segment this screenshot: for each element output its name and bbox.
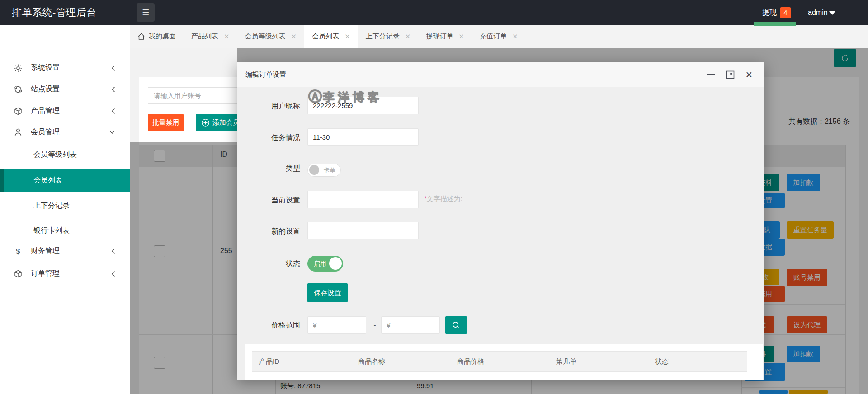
hint-text: 文字描述为: [426, 195, 462, 202]
tab-label: 充值订单 [480, 32, 507, 41]
close-tab-icon[interactable]: ✕ [344, 33, 350, 41]
price-range-separator: - [371, 316, 379, 334]
toggle-knob [309, 165, 319, 175]
sidebar-item-label: 产品管理 [31, 106, 60, 116]
chevron-left-icon [111, 86, 115, 93]
withdraw-link[interactable]: 提现 [762, 0, 777, 25]
toggle-knob [329, 257, 342, 270]
save-settings-button[interactable]: 保存设置 [307, 283, 348, 302]
product-table-header: 产品ID商品名称商品价格第几单状态 [252, 351, 747, 372]
sidebar-item-label: 会员列表 [33, 176, 62, 185]
home-icon [137, 33, 145, 40]
tab-6[interactable]: 提现订单✕ [418, 25, 472, 48]
sidebar-item-3[interactable]: 产品管理 [0, 100, 130, 122]
close-tab-icon[interactable]: ✕ [291, 33, 297, 41]
sidebar-item-label: 订单管理 [31, 269, 60, 278]
sidebar-item-label: 银行卡列表 [33, 226, 70, 235]
dialog-titlebar [237, 62, 764, 87]
tab-label: 我的桌面 [149, 32, 176, 41]
minimize-icon[interactable] [707, 74, 715, 75]
task-input[interactable] [307, 128, 419, 146]
field-label-current: 当前设置 [237, 196, 300, 205]
chevron-left-icon [111, 248, 115, 254]
tab-4[interactable]: 会员列表✕ [304, 25, 358, 48]
notification-sliver [754, 22, 796, 26]
tab-label: 上下分记录 [366, 32, 400, 41]
close-tab-icon[interactable]: ✕ [224, 33, 230, 41]
app-root: 批量禁用 添加会员 共有数据：2156 条 ID 255 账号: 8778159… [0, 0, 868, 394]
field-label-new: 新的设置 [237, 227, 300, 236]
sidebar-item-4[interactable]: 会员管理 [0, 122, 130, 143]
sidebar-item-6[interactable]: 会员列表 [0, 169, 130, 192]
price-max-input[interactable] [381, 316, 440, 334]
close-icon[interactable]: × [745, 69, 752, 80]
field-label-price: 价格范围 [237, 321, 300, 330]
top-header [0, 0, 868, 25]
user-menu[interactable]: admin [808, 0, 828, 25]
sidebar-item-9[interactable]: $财务管理 [0, 240, 130, 262]
field-label-task: 任务情况 [237, 133, 300, 143]
close-tab-icon[interactable]: ✕ [458, 33, 464, 41]
sidebar-item-label: 会员等级列表 [33, 150, 77, 159]
sidebar-item-1[interactable]: 系统设置 [0, 57, 130, 79]
close-tab-icon[interactable]: ✕ [512, 33, 518, 41]
chevron-down-icon [109, 130, 115, 134]
tab-1[interactable]: 我的桌面 [130, 25, 184, 48]
tab-label: 提现订单 [426, 32, 453, 41]
product-icon [14, 107, 24, 116]
sidebar-item-10[interactable]: 订单管理 [0, 263, 130, 284]
tab-label: 会员列表 [312, 32, 339, 41]
sidebar-item-8[interactable]: 银行卡列表 [0, 219, 130, 242]
sidebar-item-2[interactable]: 站点设置 [0, 79, 130, 100]
tab-bar: 我的桌面产品列表✕会员等级列表✕会员列表✕上下分记录✕提现订单✕充值订单✕ [130, 25, 868, 48]
product-table-column-header: 产品ID [252, 352, 351, 371]
tab-5[interactable]: 上下分记录✕ [358, 25, 419, 48]
maximize-icon[interactable] [726, 70, 735, 79]
close-tab-icon[interactable]: ✕ [405, 33, 411, 41]
chevron-down-icon [829, 11, 835, 15]
chevron-left-icon [111, 108, 115, 114]
member-icon [14, 128, 24, 137]
product-table-column-header: 商品名称 [351, 352, 450, 371]
nickname-input[interactable] [307, 97, 419, 114]
price-search-button[interactable] [445, 316, 467, 334]
sidebar-item-label: 站点设置 [31, 84, 60, 94]
new-setting-input[interactable] [307, 222, 419, 239]
order-icon [14, 269, 24, 278]
menu-toggle-button[interactable]: ☰ [137, 3, 155, 22]
withdraw-count-badge: 4 [780, 7, 791, 18]
tab-7[interactable]: 充值订单✕ [472, 25, 526, 48]
status-toggle[interactable]: 启用 [307, 256, 343, 272]
sidebar-item-label: 会员管理 [31, 127, 60, 137]
batch-disable-button[interactable]: 批量禁用 [148, 114, 184, 131]
price-min-input[interactable] [307, 316, 366, 334]
svg-text:$: $ [16, 247, 20, 256]
sidebar-item-label: 系统设置 [31, 63, 60, 73]
app-title: 排单系统-管理后台 [12, 0, 97, 25]
field-label-status: 状态 [237, 259, 300, 269]
toggle-label: 卡单 [324, 164, 335, 176]
sidebar-item-5[interactable]: 会员等级列表 [0, 143, 130, 166]
chevron-left-icon [111, 271, 115, 277]
plus-circle-icon [202, 119, 209, 127]
card-order-toggle[interactable]: 卡单 [307, 164, 341, 177]
product-table-column-header: 状态 [648, 352, 747, 371]
current-setting-input[interactable] [307, 191, 419, 208]
finance-icon: $ [14, 247, 24, 256]
sidebar-item-label: 上下分记录 [33, 201, 70, 211]
gear-icon [14, 64, 24, 73]
tab-2[interactable]: 产品列表✕ [184, 25, 237, 48]
field-hint: *文字描述为: [424, 195, 462, 203]
field-label-type: 类型 [237, 164, 300, 174]
field-label-nickname: 用户昵称 [237, 102, 300, 111]
sidebar-item-7[interactable]: 上下分记录 [0, 194, 130, 217]
add-member-label: 添加会员 [212, 118, 240, 127]
search-icon [452, 321, 461, 330]
chevron-left-icon [111, 65, 115, 71]
sidebar-item-label: 财务管理 [31, 246, 60, 256]
dialog-title: 编辑订单设置 [245, 62, 286, 87]
tab-3[interactable]: 会员等级列表✕ [237, 25, 305, 48]
sidebar: 系统设置站点设置产品管理会员管理会员等级列表会员列表上下分记录银行卡列表$财务管… [0, 25, 130, 394]
edit-order-settings-dialog: 编辑订单设置 × Ⓐ李洋博客 用户昵称 任务情况 类型 卡单 当前设置 *文字描… [237, 62, 764, 380]
tab-label: 会员等级列表 [245, 32, 286, 41]
